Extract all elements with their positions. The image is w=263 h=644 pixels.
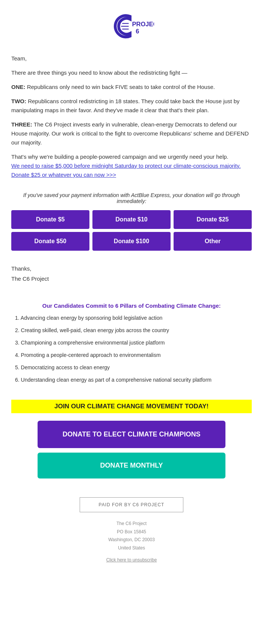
point-two: TWO: Republicans control redistricting i… xyxy=(11,97,252,115)
svg-text:6: 6 xyxy=(136,28,139,35)
signature-text: The C6 Project xyxy=(11,274,252,284)
point-one: ONE: Republicans only need to win back F… xyxy=(11,83,252,92)
unsubscribe-link[interactable]: Click here to unsubscribe xyxy=(106,557,157,563)
donate-25-button[interactable]: Donate $25 xyxy=(174,210,252,229)
donate-buttons-section: Donate $5 Donate $10 Donate $25 Donate $… xyxy=(0,210,263,257)
divider xyxy=(0,287,263,299)
point-two-label: TWO: xyxy=(11,98,26,104)
urgency-link[interactable]: We need to raise $5,000 before midnight … xyxy=(11,163,241,178)
donate-100-button[interactable]: Donate $100 xyxy=(92,232,171,251)
point-three-label: THREE: xyxy=(11,121,32,128)
pillar-item-3: 3. Championing a comprehensive environme… xyxy=(15,339,248,347)
donate-5-button[interactable]: Donate $5 xyxy=(11,210,89,229)
pillar-item-5: 5. Democratizing access to clean energy xyxy=(15,364,248,372)
point-one-label: ONE: xyxy=(11,84,26,90)
point-one-text: Republicans only need to win back FIVE s… xyxy=(26,84,215,90)
pillar-item-1: 1. Advancing clean energy by sponsoring … xyxy=(15,314,248,322)
express-notice: If you've saved your payment information… xyxy=(11,192,252,204)
footer-address: The C6 Project PO Box 15845 Washington, … xyxy=(11,520,252,552)
pillars-title: Our Candidates Commit to 6 Pillars of Co… xyxy=(15,302,248,309)
body-text: Team, There are three things you need to… xyxy=(0,50,263,188)
header: PROJECT 6 xyxy=(0,0,263,50)
thanks-text: Thanks, xyxy=(11,263,252,274)
donate-50-button[interactable]: Donate $50 xyxy=(11,232,89,251)
po-box: PO Box 15845 xyxy=(11,528,252,536)
pillars-list: 1. Advancing clean energy by sponsoring … xyxy=(15,314,248,384)
city-state: Washington, DC 20003 xyxy=(11,536,252,544)
point-three-text: The C6 Project invests early in vulnerab… xyxy=(11,121,249,146)
pillar-item-4: 4. Promoting a people-centered approach … xyxy=(15,351,248,359)
closing-section: Thanks, The C6 Project xyxy=(0,257,263,287)
intro-text: There are three things you need to know … xyxy=(11,68,252,77)
donate-row-1: Donate $5 Donate $10 Donate $25 xyxy=(11,210,252,229)
cta-section: DONATE TO ELECT CLIMATE CHAMPIONS DONATE… xyxy=(0,417,263,482)
svg-text:PROJECT: PROJECT xyxy=(132,21,154,27)
pillars-section: Our Candidates Commit to 6 Pillars of Co… xyxy=(0,299,263,396)
point-three: THREE: The C6 Project invests early in v… xyxy=(11,120,252,147)
donate-monthly-button[interactable]: DONATE MONTHLY xyxy=(38,453,225,478)
c6-project-logo: PROJECT 6 xyxy=(109,11,154,41)
pillar-item-6: 6. Understanding clean energy as part of… xyxy=(15,376,248,384)
join-banner: JOIN OUR CLIMATE CHANGE MOVEMENT TODAY! xyxy=(11,400,252,413)
pillar-item-2: 2. Creating skilled, well-paid, clean en… xyxy=(15,327,248,334)
country: United States xyxy=(11,544,252,552)
org-name: The C6 Project xyxy=(11,520,252,528)
footer-section: PAID FOR BY C6 PROJECT The C6 Project PO… xyxy=(0,482,263,570)
greeting: Team, xyxy=(11,54,252,63)
donate-row-2: Donate $50 Donate $100 Other xyxy=(11,232,252,251)
donate-elect-climate-button[interactable]: DONATE TO ELECT CLIMATE CHAMPIONS xyxy=(38,421,225,448)
donate-10-button[interactable]: Donate $10 xyxy=(92,210,171,229)
point-two-text: Republicans control redistricting in 18 … xyxy=(11,98,240,113)
urgency-text: That's why we're building a people-power… xyxy=(11,152,252,179)
unsubscribe-section: Click here to unsubscribe xyxy=(11,556,252,563)
donate-other-button[interactable]: Other xyxy=(174,232,252,251)
paid-for-box: PAID FOR BY C6 PROJECT xyxy=(80,497,184,512)
